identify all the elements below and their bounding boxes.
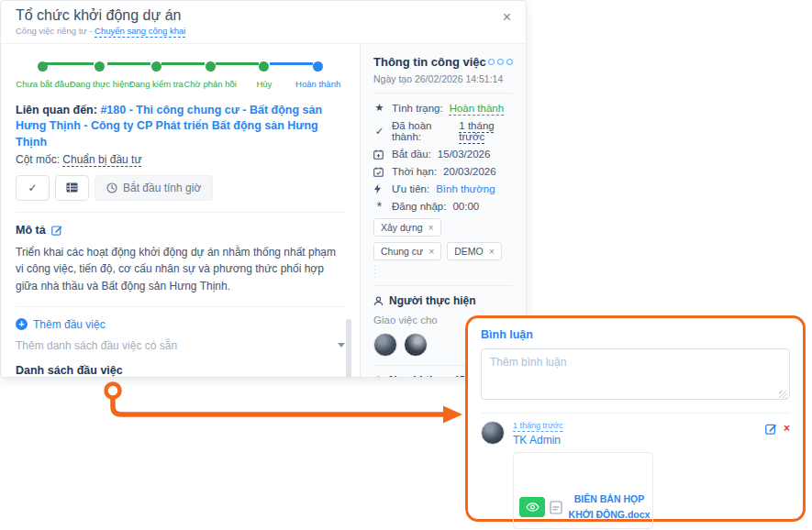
- privacy-row: Công việc riêng tư - Chuyển sang công kh…: [16, 26, 511, 36]
- completed-value: 1 tháng trước: [459, 120, 513, 142]
- comment-item: 1 tháng trước TK Admin ×: [481, 421, 790, 447]
- start-timer-button[interactable]: Bắt đầu tính giờ: [95, 175, 213, 201]
- asterisk-icon: *: [373, 203, 385, 210]
- remove-tag-icon[interactable]: ×: [428, 246, 434, 257]
- remove-tag-icon[interactable]: ×: [428, 222, 434, 233]
- calendar-due-icon: [373, 167, 384, 177]
- priority-label: Ưu tiên:: [392, 183, 429, 194]
- scrollbar-thumb[interactable]: [346, 319, 351, 378]
- divider: [373, 93, 513, 94]
- star-icon: ★: [373, 102, 385, 114]
- milestone-value[interactable]: Chuẩn bị đầu tư: [62, 153, 141, 166]
- comment-actions: ×: [765, 421, 790, 447]
- avatar[interactable]: [404, 333, 428, 357]
- complete-task-button[interactable]: ✓: [16, 175, 50, 201]
- description-heading-row: Mô tả: [16, 224, 345, 237]
- start-date-row: Bắt đầu: 15/03/2026: [373, 149, 513, 160]
- tag-list: Xây dựng× Chung cư× DEMO×: [373, 218, 513, 260]
- related-to: Liên quan đến: #180 - Thi công chung cư …: [16, 103, 345, 150]
- close-icon[interactable]: ×: [503, 10, 511, 25]
- task-detail-modal: Tổ chức khởi động dự án Công việc riêng …: [0, 0, 527, 378]
- comment-author[interactable]: TK Admin: [513, 434, 757, 447]
- task-info-header: Thông tin công việc: [373, 55, 513, 69]
- comment-time[interactable]: 1 tháng trước: [513, 421, 757, 430]
- edit-icon[interactable]: [765, 423, 777, 435]
- add-subtask-label: Thêm đầu việc: [33, 318, 106, 331]
- step-dot: [151, 61, 161, 72]
- bolt-icon: [373, 183, 382, 194]
- person-icon: [373, 296, 384, 306]
- table-icon: [66, 182, 78, 193]
- task-info-heading: Thông tin công việc: [373, 55, 488, 69]
- step-dot: [259, 61, 269, 72]
- status-label: Tình trạng:: [392, 103, 443, 114]
- due-date-row: Thời hạn: 20/03/2026: [373, 166, 513, 177]
- start-date-label: Bắt đầu:: [392, 149, 431, 160]
- drag-handle-icon: :::: [373, 266, 513, 277]
- modal-body: Chưa bắt đầu Đang thực hiện Đang kiểm tr…: [1, 44, 526, 378]
- step-dot: [38, 61, 48, 72]
- check-icon: ✓: [28, 182, 37, 194]
- plus-circle-icon: +: [16, 318, 28, 330]
- status-row: ★ Tình trạng: Hoàn thành: [373, 102, 513, 114]
- divider: [16, 212, 345, 213]
- step-dot: [313, 61, 323, 72]
- avatar[interactable]: [373, 333, 397, 357]
- completed-label: Đã hoàn thành:: [392, 120, 452, 142]
- comments-panel: Bình luận 1 tháng trước TK Admin ×: [465, 315, 806, 522]
- attachment-row: BIÊN BẢN HỌP KHỞI ĐỘNG.docx: [519, 491, 651, 523]
- select-placeholder: Thêm danh sách đầu việc có sẵn: [16, 339, 338, 352]
- due-date-value: 20/03/2026: [443, 166, 496, 177]
- priority-row: Ưu tiên: Bình thường: [373, 183, 513, 194]
- preview-button[interactable]: [519, 497, 545, 517]
- board-view-button[interactable]: [55, 175, 89, 201]
- calendar-start-icon: [373, 149, 384, 160]
- step-dot: [206, 61, 216, 72]
- followers-heading: Người theo dõi: [389, 374, 469, 378]
- add-existing-checklist-select[interactable]: Thêm danh sách đầu việc có sẵn: [16, 339, 345, 352]
- description-heading: Mô tả: [16, 224, 46, 237]
- chevron-down-icon: [338, 343, 345, 348]
- related-label: Liên quan đến:: [16, 104, 97, 116]
- page: Tổ chức khởi động dự án Công việc riêng …: [0, 0, 812, 530]
- eye-icon: [526, 502, 539, 512]
- milestone-label: Cột mốc:: [16, 153, 60, 166]
- toolbar: ✓ Bắt đầu tính giờ: [16, 175, 345, 201]
- make-public-link[interactable]: Chuyển sang công khai: [95, 26, 185, 36]
- completed-row: ✓ Đã hoàn thành: 1 tháng trước: [373, 120, 513, 142]
- start-date-value: 15/03/2026: [438, 149, 491, 160]
- avatar: [481, 421, 505, 445]
- check-icon: ✓: [373, 125, 385, 138]
- step-completed[interactable]: Hoàn thành: [291, 59, 345, 89]
- tag-chip[interactable]: DEMO×: [447, 242, 502, 260]
- due-date-label: Thời hạn:: [392, 166, 437, 177]
- tag-chip[interactable]: Xây dựng×: [373, 218, 441, 237]
- divider: [373, 285, 513, 286]
- remove-tag-icon[interactable]: ×: [489, 246, 495, 257]
- attachment-link[interactable]: BIÊN BẢN HỌP KHỞI ĐỘNG.docx: [567, 491, 651, 523]
- attachment-card: BIÊN BẢN HỌP KHỞI ĐỘNG.docx: [513, 452, 653, 529]
- step-dot: [95, 61, 105, 72]
- document-icon: [550, 501, 562, 514]
- status-value[interactable]: Hoàn thành: [450, 103, 504, 114]
- divider: [16, 306, 345, 307]
- comments-heading: Bình luận: [481, 328, 790, 341]
- modal-header: Tổ chức khởi động dự án Công việc riêng …: [1, 1, 526, 44]
- assignees-section-header: Người thực hiện: [373, 294, 513, 307]
- comment-input[interactable]: [481, 348, 790, 400]
- divider: [481, 413, 790, 414]
- assignees-heading: Người thực hiện: [389, 294, 476, 307]
- priority-value[interactable]: Bình thường: [436, 183, 495, 194]
- delete-icon[interactable]: ×: [784, 423, 790, 434]
- status-stepper: Chưa bắt đầu Đang thực hiện Đang kiểm tr…: [16, 59, 345, 89]
- logged-time-value: 00:00: [452, 201, 479, 212]
- logged-time-label: Đăng nhập:: [392, 201, 446, 212]
- more-options-icon[interactable]: [488, 59, 513, 65]
- tag-chip[interactable]: Chung cư×: [373, 242, 441, 260]
- page-title: Tổ chức khởi động dự án: [16, 7, 511, 24]
- edit-icon[interactable]: [51, 225, 62, 236]
- main-column: Chưa bắt đầu Đang thực hiện Đang kiểm tr…: [1, 44, 360, 378]
- add-subtask-button[interactable]: + Thêm đầu việc: [16, 318, 345, 331]
- created-date: Ngày tạo 26/02/2026 14:51:14: [373, 73, 513, 84]
- start-timer-label: Bắt đầu tính giờ: [123, 182, 201, 194]
